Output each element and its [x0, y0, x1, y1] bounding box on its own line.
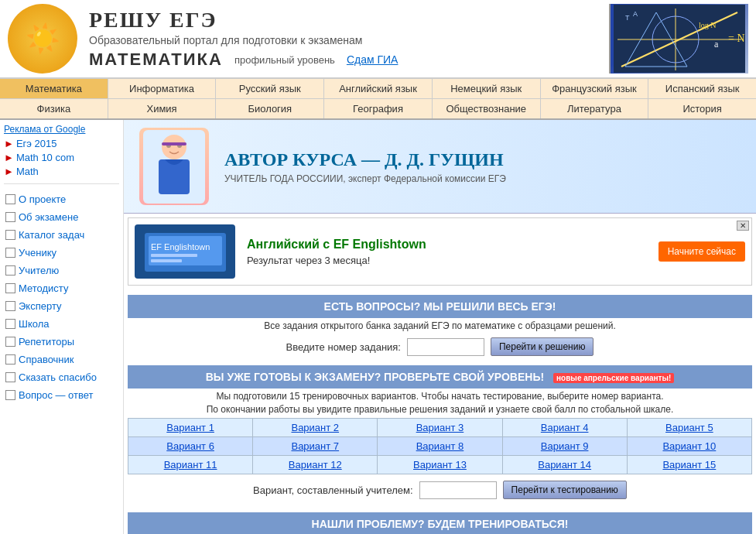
exam-header: ВЫ УЖЕ ГОТОВЫ К ЭКЗАМЕНУ? ПРОВЕРЬТЕ СВОЙ…: [128, 365, 752, 389]
variant-cell: Вариант 10: [627, 437, 751, 456]
exam-header-text: ВЫ УЖЕ ГОТОВЫ К ЭКЗАМЕНУ? ПРОВЕРЬТЕ СВОЙ…: [206, 371, 544, 383]
svg-point-14: [162, 135, 186, 159]
checkbox-teacher: [5, 265, 15, 276]
variant-14-link[interactable]: Вариант 14: [538, 459, 591, 471]
sidebar-school[interactable]: Школа: [4, 315, 119, 333]
arrow-icon: ►: [4, 138, 14, 149]
teacher-variant-input[interactable]: [419, 481, 497, 499]
variant-cell: Вариант 2: [253, 419, 378, 437]
nav-spanish[interactable]: Испанский язык: [648, 79, 756, 98]
sidebar-label-thanks: Сказать спасибо: [19, 371, 97, 383]
variant-10-link[interactable]: Вариант 10: [662, 440, 716, 452]
sidebar-teacher[interactable]: Учителю: [4, 262, 119, 279]
sidebar-label-school: Школа: [19, 318, 50, 330]
nav-physics[interactable]: Физика: [0, 99, 108, 118]
sidebar-label-reference: Справочник: [19, 354, 74, 365]
ef-close-button[interactable]: ✕: [737, 221, 749, 231]
variant-cell: Вариант 12: [253, 456, 378, 474]
svg-text:A: A: [633, 10, 638, 18]
main-layout: Реклама от Google ► Егэ 2015 ► Math 10 c…: [0, 120, 756, 534]
sidebar-expert[interactable]: Эксперту: [4, 297, 119, 315]
sidebar-label-about: О проекте: [19, 193, 66, 205]
site-subtitle: Образовательный портал для подготовки к …: [89, 34, 609, 46]
checkbox-reference: [5, 354, 15, 365]
sidebar-about[interactable]: О проекте: [4, 190, 119, 208]
variant-2-link[interactable]: Вариант 2: [291, 422, 339, 433]
variant-cell: Вариант 14: [502, 456, 627, 474]
variant-13-link[interactable]: Вариант 13: [413, 459, 467, 471]
variant-12-link[interactable]: Вариант 12: [289, 459, 342, 471]
variant-cell: Вариант 8: [378, 437, 502, 456]
header-decoration: log N a = N T A: [609, 4, 748, 74]
sidebar-catalog[interactable]: Каталог задач: [4, 226, 119, 244]
questions-sub: Все задания открытого банка заданий ЕГЭ …: [128, 320, 752, 331]
variants-row-2: Вариант 6 Вариант 7 Вариант 8 Вариант 9 …: [128, 437, 752, 456]
nav-chemistry[interactable]: Химия: [108, 99, 217, 118]
nav-french[interactable]: Французский язык: [541, 79, 649, 98]
nav-social[interactable]: Обществознание: [433, 99, 541, 118]
variant-cell: Вариант 11: [128, 456, 253, 474]
variant-3-link[interactable]: Вариант 3: [416, 422, 464, 433]
task-number-input[interactable]: [407, 338, 484, 356]
exam-sub1: Мы подготовили 15 тренировочных варианто…: [128, 391, 752, 402]
variants-row-3: Вариант 11 Вариант 12 Вариант 13 Вариант…: [128, 456, 752, 474]
checkbox-catalog: [5, 230, 15, 240]
ef-subtitle: Результат через 3 месяца!: [247, 255, 659, 266]
sidebar-exam[interactable]: Об экзамене: [4, 208, 119, 226]
variant-6-link[interactable]: Вариант 6: [166, 440, 214, 452]
nav-bottom: Физика Химия Биология География Общество…: [0, 99, 756, 120]
ads-label[interactable]: Реклама от Google: [4, 124, 119, 135]
variant-15-link[interactable]: Вариант 15: [662, 459, 716, 471]
sidebar-label-tutors: Репетиторы: [19, 336, 74, 347]
sidebar-thanks[interactable]: Сказать спасибо: [4, 368, 119, 386]
sidebar-tutors[interactable]: Репетиторы: [4, 333, 119, 351]
variant-11-link[interactable]: Вариант 11: [164, 459, 217, 471]
sidebar-reference[interactable]: Справочник: [4, 351, 119, 368]
nav-english[interactable]: Английский язык: [324, 79, 433, 98]
ad-item-math[interactable]: ► Math: [4, 166, 119, 177]
variant-cell: Вариант 4: [502, 419, 627, 437]
svg-text:log N: log N: [699, 21, 717, 29]
arrow-icon-2: ►: [4, 152, 14, 163]
checkbox-thanks: [5, 372, 15, 382]
sidebar-label-qa: Вопрос — ответ: [19, 389, 94, 401]
sidebar-qa[interactable]: Вопрос — ответ: [4, 386, 119, 404]
variant-7-link[interactable]: Вариант 7: [291, 440, 339, 452]
sidebar-divider: [4, 183, 119, 184]
questions-header: ЕСТЬ ВОПРОСЫ? МЫ РЕШИЛИ ВЕСЬ ЕГЭ!: [128, 295, 752, 318]
ef-image: EF Englishtown: [135, 224, 235, 279]
variant-1-link[interactable]: Вариант 1: [166, 422, 214, 433]
variant-8-link[interactable]: Вариант 8: [416, 440, 464, 452]
sidebar-label-expert: Эксперту: [19, 300, 62, 312]
nav-history[interactable]: История: [648, 99, 756, 118]
nav-informatics[interactable]: Информатика: [108, 79, 217, 98]
nav-german[interactable]: Немецкий язык: [433, 79, 541, 98]
nav-russian[interactable]: Русский язык: [216, 79, 324, 98]
sidebar-student[interactable]: Ученику: [4, 244, 119, 262]
sidebar-label-catalog: Каталог задач: [19, 229, 84, 241]
go-to-solution-button[interactable]: Перейти к решению: [491, 337, 594, 356]
ad-item-ege[interactable]: ► Егэ 2015: [4, 138, 119, 149]
nav-biology[interactable]: Биология: [216, 99, 324, 118]
ad-item-math10[interactable]: ► Math 10 com: [4, 152, 119, 163]
sidebar: Реклама от Google ► Егэ 2015 ► Math 10 c…: [0, 120, 124, 534]
variant-cell: Вариант 1: [128, 419, 253, 437]
variant-4-link[interactable]: Вариант 4: [541, 422, 589, 433]
variant-5-link[interactable]: Вариант 5: [665, 422, 713, 433]
nav-math[interactable]: Математика: [0, 79, 108, 98]
teacher-input-row: Вариант, составленный учителем: Перейти …: [128, 481, 752, 499]
nav-literature[interactable]: Литература: [541, 99, 649, 118]
sidebar-methodist[interactable]: Методисту: [4, 279, 119, 297]
ef-start-button[interactable]: Начните сейчас: [659, 241, 745, 262]
variant-cell: Вариант 3: [378, 419, 502, 437]
variant-cell: Вариант 6: [128, 437, 253, 456]
variant-9-link[interactable]: Вариант 9: [541, 440, 589, 452]
author-info: АВТОР КУРСА — Д. Д. ГУЩИН УЧИТЕЛЬ ГОДА Р…: [224, 149, 506, 184]
nav-geography[interactable]: География: [324, 99, 433, 118]
ef-text: Английский с EF Englishtown Результат че…: [247, 238, 659, 266]
variants-table: Вариант 1 Вариант 2 Вариант 3 Вариант 4 …: [128, 418, 752, 474]
go-to-test-button[interactable]: Перейти к тестированию: [503, 481, 627, 499]
train-header: НАШЛИ ПРОБЛЕМУ? БУДЕМ ТРЕНИРОВАТЬСЯ!: [128, 512, 752, 534]
checkbox-about: [5, 194, 15, 204]
gia-link[interactable]: Сдам ГИА: [347, 53, 399, 66]
